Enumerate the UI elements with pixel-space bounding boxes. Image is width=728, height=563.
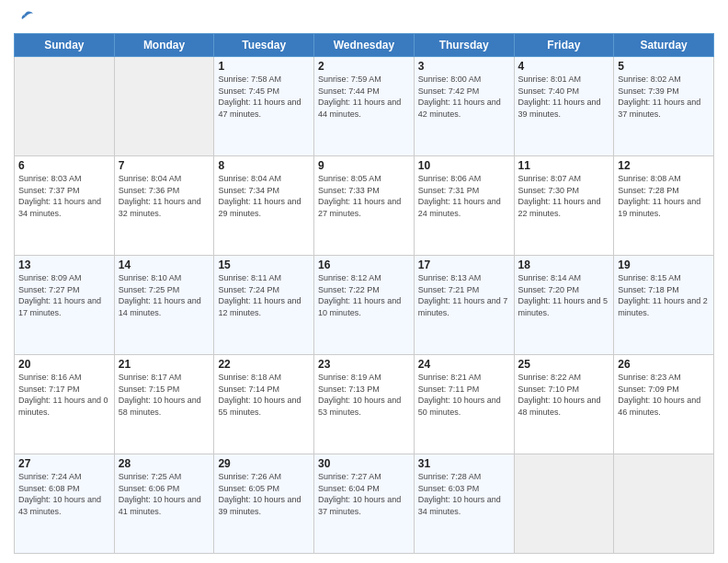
day-number: 9	[318, 159, 410, 172]
calendar-cell: 23Sunrise: 8:19 AMSunset: 7:13 PMDayligh…	[314, 355, 415, 454]
day-info: Sunrise: 8:23 AMSunset: 7:09 PMDaylight:…	[618, 372, 710, 418]
calendar-cell: 8Sunrise: 8:04 AMSunset: 7:34 PMDaylight…	[214, 156, 314, 256]
day-info: Sunrise: 8:15 AMSunset: 7:18 PMDaylight:…	[618, 272, 710, 318]
day-number: 4	[518, 60, 610, 73]
calendar-cell: 13Sunrise: 8:09 AMSunset: 7:27 PMDayligh…	[15, 256, 115, 355]
day-number: 21	[119, 358, 210, 371]
day-number: 13	[18, 259, 110, 271]
day-number: 17	[418, 259, 510, 271]
day-info: Sunrise: 8:13 AMSunset: 7:21 PMDaylight:…	[418, 272, 510, 318]
header	[14, 9, 714, 28]
day-info: Sunrise: 8:11 AMSunset: 7:24 PMDaylight:…	[218, 272, 310, 318]
logo-bird-icon	[17, 9, 35, 28]
calendar-cell	[514, 454, 614, 554]
calendar-body: 1Sunrise: 7:58 AMSunset: 7:45 PMDaylight…	[15, 57, 714, 554]
day-number: 25	[518, 358, 610, 371]
day-number: 26	[618, 358, 710, 371]
calendar-week-row: 1Sunrise: 7:58 AMSunset: 7:45 PMDaylight…	[15, 57, 714, 156]
day-info: Sunrise: 8:21 AMSunset: 7:11 PMDaylight:…	[418, 372, 510, 418]
day-info: Sunrise: 8:05 AMSunset: 7:33 PMDaylight:…	[318, 173, 410, 219]
day-of-week-header: Tuesday	[214, 34, 314, 57]
calendar-cell: 26Sunrise: 8:23 AMSunset: 7:09 PMDayligh…	[614, 355, 714, 454]
day-number: 27	[18, 457, 110, 470]
calendar-cell: 10Sunrise: 8:06 AMSunset: 7:31 PMDayligh…	[414, 156, 514, 256]
day-number: 19	[618, 259, 710, 271]
day-info: Sunrise: 8:14 AMSunset: 7:20 PMDaylight:…	[518, 272, 610, 318]
calendar-cell: 27Sunrise: 7:24 AMSunset: 6:08 PMDayligh…	[15, 454, 115, 554]
day-info: Sunrise: 8:06 AMSunset: 7:31 PMDaylight:…	[418, 173, 510, 219]
day-info: Sunrise: 8:01 AMSunset: 7:40 PMDaylight:…	[518, 74, 610, 120]
day-number: 11	[518, 159, 610, 172]
day-info: Sunrise: 8:16 AMSunset: 7:17 PMDaylight:…	[18, 372, 110, 418]
day-of-week-header: Thursday	[414, 34, 514, 57]
day-info: Sunrise: 7:58 AMSunset: 7:45 PMDaylight:…	[218, 74, 310, 120]
calendar-week-row: 6Sunrise: 8:03 AMSunset: 7:37 PMDaylight…	[15, 156, 714, 256]
day-info: Sunrise: 8:19 AMSunset: 7:13 PMDaylight:…	[318, 372, 410, 418]
calendar-cell: 12Sunrise: 8:08 AMSunset: 7:28 PMDayligh…	[614, 156, 714, 256]
calendar-header-row: SundayMondayTuesdayWednesdayThursdayFrid…	[15, 34, 714, 57]
calendar-cell: 5Sunrise: 8:02 AMSunset: 7:39 PMDaylight…	[614, 57, 714, 156]
calendar-cell: 30Sunrise: 7:27 AMSunset: 6:04 PMDayligh…	[314, 454, 415, 554]
calendar-table: SundayMondayTuesdayWednesdayThursdayFrid…	[14, 33, 714, 554]
calendar-cell: 7Sunrise: 8:04 AMSunset: 7:36 PMDaylight…	[114, 156, 214, 256]
day-number: 6	[18, 159, 110, 172]
day-number: 18	[518, 259, 610, 271]
day-info: Sunrise: 8:12 AMSunset: 7:22 PMDaylight:…	[318, 272, 410, 318]
day-number: 16	[318, 259, 410, 271]
calendar-page: SundayMondayTuesdayWednesdayThursdayFrid…	[0, 0, 728, 563]
calendar-cell: 1Sunrise: 7:58 AMSunset: 7:45 PMDaylight…	[214, 57, 314, 156]
calendar-week-row: 20Sunrise: 8:16 AMSunset: 7:17 PMDayligh…	[15, 355, 714, 454]
calendar-cell: 20Sunrise: 8:16 AMSunset: 7:17 PMDayligh…	[15, 355, 115, 454]
day-of-week-header: Monday	[114, 34, 214, 57]
calendar-cell: 16Sunrise: 8:12 AMSunset: 7:22 PMDayligh…	[314, 256, 415, 355]
day-number: 15	[218, 259, 310, 271]
day-info: Sunrise: 8:18 AMSunset: 7:14 PMDaylight:…	[218, 372, 310, 418]
day-number: 28	[119, 457, 210, 470]
day-number: 8	[218, 159, 310, 172]
calendar-cell: 14Sunrise: 8:10 AMSunset: 7:25 PMDayligh…	[114, 256, 214, 355]
day-number: 22	[218, 358, 310, 371]
day-info: Sunrise: 8:22 AMSunset: 7:10 PMDaylight:…	[518, 372, 610, 418]
calendar-cell: 19Sunrise: 8:15 AMSunset: 7:18 PMDayligh…	[614, 256, 714, 355]
day-info: Sunrise: 8:10 AMSunset: 7:25 PMDaylight:…	[119, 272, 210, 318]
calendar-cell: 22Sunrise: 8:18 AMSunset: 7:14 PMDayligh…	[214, 355, 314, 454]
calendar-cell: 6Sunrise: 8:03 AMSunset: 7:37 PMDaylight…	[15, 156, 115, 256]
day-number: 1	[218, 60, 310, 73]
logo	[14, 9, 35, 28]
day-info: Sunrise: 8:02 AMSunset: 7:39 PMDaylight:…	[618, 74, 710, 120]
calendar-cell: 2Sunrise: 7:59 AMSunset: 7:44 PMDaylight…	[314, 57, 415, 156]
day-of-week-header: Friday	[514, 34, 614, 57]
day-number: 23	[318, 358, 410, 371]
day-info: Sunrise: 8:03 AMSunset: 7:37 PMDaylight:…	[18, 173, 110, 219]
day-number: 14	[119, 259, 210, 271]
calendar-cell: 9Sunrise: 8:05 AMSunset: 7:33 PMDaylight…	[314, 156, 415, 256]
day-info: Sunrise: 8:09 AMSunset: 7:27 PMDaylight:…	[18, 272, 110, 318]
calendar-cell	[114, 57, 214, 156]
calendar-cell: 15Sunrise: 8:11 AMSunset: 7:24 PMDayligh…	[214, 256, 314, 355]
day-number: 30	[318, 457, 410, 470]
day-info: Sunrise: 7:59 AMSunset: 7:44 PMDaylight:…	[318, 74, 410, 120]
calendar-cell: 18Sunrise: 8:14 AMSunset: 7:20 PMDayligh…	[514, 256, 614, 355]
day-of-week-header: Sunday	[15, 34, 115, 57]
calendar-cell: 29Sunrise: 7:26 AMSunset: 6:05 PMDayligh…	[214, 454, 314, 554]
calendar-week-row: 13Sunrise: 8:09 AMSunset: 7:27 PMDayligh…	[15, 256, 714, 355]
calendar-cell: 3Sunrise: 8:00 AMSunset: 7:42 PMDaylight…	[414, 57, 514, 156]
day-info: Sunrise: 7:24 AMSunset: 6:08 PMDaylight:…	[18, 471, 110, 517]
day-info: Sunrise: 8:07 AMSunset: 7:30 PMDaylight:…	[518, 173, 610, 219]
day-of-week-header: Saturday	[614, 34, 714, 57]
day-info: Sunrise: 8:08 AMSunset: 7:28 PMDaylight:…	[618, 173, 710, 219]
day-info: Sunrise: 7:25 AMSunset: 6:06 PMDaylight:…	[119, 471, 210, 517]
day-number: 10	[418, 159, 510, 172]
day-number: 29	[218, 457, 310, 470]
calendar-cell: 11Sunrise: 8:07 AMSunset: 7:30 PMDayligh…	[514, 156, 614, 256]
calendar-week-row: 27Sunrise: 7:24 AMSunset: 6:08 PMDayligh…	[15, 454, 714, 554]
day-info: Sunrise: 7:27 AMSunset: 6:04 PMDaylight:…	[318, 471, 410, 517]
day-number: 2	[318, 60, 410, 73]
day-number: 31	[418, 457, 510, 470]
calendar-cell: 25Sunrise: 8:22 AMSunset: 7:10 PMDayligh…	[514, 355, 614, 454]
day-number: 3	[418, 60, 510, 73]
calendar-cell: 4Sunrise: 8:01 AMSunset: 7:40 PMDaylight…	[514, 57, 614, 156]
day-info: Sunrise: 7:28 AMSunset: 6:03 PMDaylight:…	[418, 471, 510, 517]
day-info: Sunrise: 8:04 AMSunset: 7:34 PMDaylight:…	[218, 173, 310, 219]
day-number: 12	[618, 159, 710, 172]
